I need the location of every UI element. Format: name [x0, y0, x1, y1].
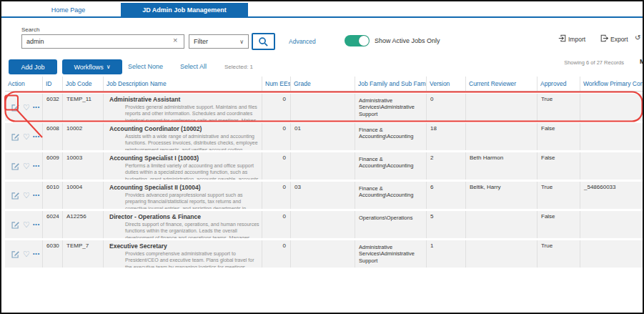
more-options-icon[interactable]: ••• [33, 192, 40, 199]
add-job-button[interactable]: Add Job [9, 59, 57, 74]
search-button[interactable] [252, 33, 275, 50]
edit-icon[interactable] [11, 162, 20, 171]
jd-admin-window: Home Page JD Admin Job Management Search… [0, 0, 644, 314]
export-label: Export [610, 36, 628, 43]
col-header-id[interactable]: ID [43, 77, 63, 91]
row-current-reviewer-cell: Beltik, Harry [466, 182, 538, 209]
col-header-action[interactable]: Action [5, 77, 43, 91]
workflows-button[interactable]: Workflows ∨ [62, 59, 122, 74]
favorite-heart-icon[interactable]: ♡ [23, 250, 30, 258]
import-label: Import [568, 36, 585, 43]
more-options-icon[interactable]: ••• [33, 222, 40, 228]
job-title[interactable]: Accounting Coordinator (10002) [109, 125, 260, 132]
col-header-workflow-primary-contact[interactable]: Workflow Primary Contact [580, 77, 644, 91]
col-header-approved[interactable]: Approved [538, 77, 580, 91]
edit-icon[interactable] [11, 220, 20, 230]
row-job-family-cell: Administrative Services\Administrative S… [355, 94, 427, 121]
row-job-code-cell: TEMP_11 [63, 94, 104, 121]
edit-icon[interactable] [11, 191, 20, 200]
row-actions-cell: ♡ ••• [5, 123, 43, 150]
col-header-job-family[interactable]: Job Family and Sub Family [355, 77, 427, 91]
advanced-link[interactable]: Advanced [289, 38, 316, 45]
col-header-version[interactable]: Version [427, 77, 466, 91]
chevron-down-icon: ∨ [239, 39, 244, 45]
row-current-reviewer-cell [466, 94, 538, 121]
tab-bar: Home Page JD Admin Job Management [1, 1, 643, 18]
row-actions-cell: ♡ ••• [5, 152, 43, 180]
select-all-link[interactable]: Select All [180, 63, 207, 70]
row-actions-cell: ♡ ••• [5, 182, 43, 209]
col-header-current-reviewer[interactable]: Current Reviewer [466, 77, 538, 91]
table-row[interactable]: ♡ ••• 6009 10003 Accounting Specialist I… [5, 152, 644, 180]
more-options-icon[interactable]: ••• [33, 134, 40, 140]
col-header-job-description-name[interactable]: Job Description Name [104, 77, 262, 91]
search-label: Search [21, 26, 39, 33]
edit-icon[interactable] [11, 250, 20, 259]
row-id-cell: 6009 [43, 152, 63, 180]
export-button[interactable]: Export [600, 34, 628, 44]
favorite-heart-icon[interactable]: ♡ [23, 104, 30, 112]
import-button[interactable]: Import [558, 34, 585, 44]
table-row[interactable]: ♡ ••• 6010 10004 Accounting Specialist I… [5, 182, 644, 209]
favorite-heart-icon[interactable]: ♡ [23, 221, 30, 229]
clear-search-icon[interactable]: × [173, 36, 177, 44]
table-row[interactable]: ♡ ••• 6030 TEMP_7 Executive Secretary Pr… [5, 240, 644, 268]
row-grade-cell [291, 211, 355, 238]
row-id-cell: 6010 [43, 182, 63, 209]
col-header-grade[interactable]: Grade [291, 77, 355, 91]
select-none-link[interactable]: Select None [128, 63, 163, 70]
row-id-cell: 6008 [43, 123, 63, 150]
edit-icon[interactable] [11, 103, 20, 112]
job-title[interactable]: Director - Operations & Finance [109, 213, 260, 220]
row-grade-cell: 03 [291, 182, 355, 209]
row-current-reviewer-cell: Beth Harmon [466, 152, 538, 180]
table-row[interactable]: ♡ ••• 6024 A12256 Director - Operations … [5, 211, 644, 238]
row-workflow-primary-contact-cell [580, 240, 644, 268]
table-row[interactable]: ♡ ••• 6008 10002 Accounting Coordinator … [5, 123, 644, 150]
row-job-code-cell: 10002 [63, 123, 104, 150]
favorite-heart-icon[interactable]: ♡ [23, 192, 30, 200]
favorite-heart-icon[interactable]: ♡ [23, 133, 30, 141]
row-grade-cell [291, 152, 355, 180]
tab-jd-admin-job-management[interactable]: JD Admin Job Management [121, 3, 248, 16]
tab-home-page[interactable]: Home Page [16, 3, 121, 16]
row-grade-cell: 01 [291, 123, 355, 150]
row-approved-cell: True [538, 240, 580, 268]
filter-dropdown[interactable]: Filter ∨ [189, 34, 249, 49]
col-header-job-code[interactable]: Job Code [63, 77, 104, 91]
row-current-reviewer-cell [466, 240, 538, 268]
row-approved-cell: True [538, 182, 580, 209]
job-title[interactable]: Administrative Assistant [109, 96, 260, 103]
row-version-cell: 18 [427, 123, 466, 150]
job-title[interactable]: Executive Secretary [109, 242, 260, 250]
job-description: Directs support of finance, operations, … [125, 221, 260, 238]
row-grade-cell [291, 240, 355, 268]
edit-icon[interactable] [11, 132, 20, 142]
row-workflow-primary-contact-cell: _548660033 [580, 182, 644, 209]
record-count: Showing 6 of 27 Records [564, 59, 624, 66]
row-num-ees-cell: 0 [262, 94, 291, 121]
row-job-code-cell: 10003 [63, 152, 104, 180]
col-header-num-ees[interactable]: Num EEs [262, 77, 291, 91]
job-title[interactable]: Accounting Specialist II (10004) [109, 184, 260, 191]
archive-button[interactable]: ↺ Arch [635, 34, 644, 41]
row-version-cell: 2 [427, 152, 466, 180]
show-active-toggle[interactable] [345, 35, 370, 46]
job-description: Provides general administrative support.… [125, 104, 260, 121]
toggle-knob [359, 36, 369, 46]
favorite-heart-icon[interactable]: ♡ [23, 162, 30, 170]
row-num-ees-cell: 0 [262, 240, 291, 268]
row-approved-cell: False [538, 152, 580, 180]
row-grade-cell [291, 94, 355, 121]
row-num-ees-cell: 0 [262, 123, 291, 150]
more-options-icon[interactable]: ••• [33, 163, 40, 170]
tab-underline [1, 16, 643, 18]
row-num-ees-cell: 0 [262, 211, 291, 238]
more-options-icon[interactable]: ••• [33, 251, 40, 257]
table-row[interactable]: ♡ ••• 6032 TEMP_11 Administrative Assist… [5, 94, 644, 121]
row-workflow-primary-contact-cell [580, 211, 644, 238]
more-options-icon[interactable]: ••• [33, 104, 40, 111]
more-cutoff-text[interactable]: M [640, 58, 644, 65]
search-input[interactable] [21, 34, 184, 49]
job-title[interactable]: Accounting Specialist I (10003) [109, 154, 260, 162]
